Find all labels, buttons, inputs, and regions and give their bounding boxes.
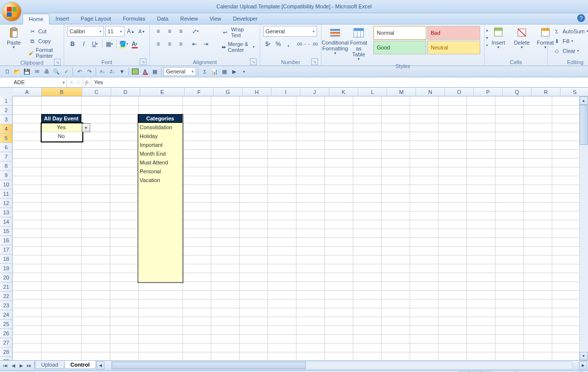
sort-asc-icon[interactable]: A↓ [98,67,107,76]
underline-button[interactable]: U▾ [90,39,100,49]
align-left-icon[interactable]: ≡ [153,39,164,49]
cell[interactable]: Month End [138,149,182,158]
percent-icon[interactable]: % [273,39,283,49]
data-validation-dropdown[interactable]: ▼ [82,123,90,132]
sheet-tab-upload[interactable]: Upload [35,361,65,369]
clear-button[interactable]: ◇Clear▾ [551,46,588,55]
increase-indent-icon[interactable]: ⇥ [200,39,211,49]
hscroll-left[interactable]: ◀ [97,361,104,370]
print-icon[interactable]: 🖶 [42,67,51,76]
scroll-up-button[interactable]: ▲ [580,96,588,105]
row-header[interactable]: 14 [0,217,13,227]
decrease-indent-icon[interactable]: ⇤ [189,39,200,49]
formula-input[interactable]: Yes [91,77,588,87]
cell[interactable] [138,211,182,220]
row-header[interactable]: 5 [0,134,13,143]
undo-icon[interactable]: ↶ [75,67,84,76]
vertical-scrollbar[interactable]: ▲ ▼ [579,96,588,360]
cell[interactable] [138,255,182,264]
format-painter-button[interactable]: 🖌Format Painter [26,46,61,59]
currency-icon[interactable]: $▾ [263,39,273,49]
column-header[interactable]: H [243,88,271,96]
row-header[interactable]: 26 [0,329,13,338]
row-header[interactable]: 23 [0,301,13,310]
print-preview-icon[interactable]: 🔍 [52,67,61,76]
insert-cells-button[interactable]: Insert▾ [488,26,509,51]
hscroll-right[interactable]: ▶ [579,361,587,370]
macro-icon[interactable]: ▶ [230,67,239,76]
cell[interactable]: All Day Event [41,114,81,123]
row-header[interactable]: 7 [0,152,13,162]
scroll-down-button[interactable]: ▼ [580,352,588,360]
help-icon[interactable]: ? [577,14,585,22]
vscroll-thumb[interactable] [580,105,588,145]
column-header[interactable]: K [329,88,358,96]
mail-icon[interactable]: ✉ [32,67,41,76]
row-header[interactable]: 9 [0,171,13,180]
wrap-text-button[interactable]: ↩Wrap Text [220,26,257,39]
clipboard-launcher[interactable]: ↘ [54,59,61,66]
qat-number-format[interactable]: General▾ [164,67,196,76]
cell[interactable] [138,220,182,229]
cell[interactable]: Must Attend [138,158,182,167]
worksheet-grid[interactable]: ABCDEFGHIJKLMNOPQRS 12345678910111213141… [0,88,588,360]
font-size-dropdown[interactable]: 11▾ [105,26,125,37]
increase-decimal-icon[interactable]: .00→ [296,39,307,49]
paste-button[interactable]: Paste▾ [3,26,24,51]
cancel-formula-icon[interactable]: ✕ [69,79,74,86]
save-icon[interactable]: 💾 [23,67,31,76]
column-header[interactable]: N [416,88,445,96]
cell-style-good[interactable]: Good [373,41,426,54]
align-right-icon[interactable]: ≡ [175,39,186,49]
border-button[interactable]: ▦▾ [104,39,115,49]
ribbon-tab-formulas[interactable]: Formulas [117,14,151,24]
open-icon[interactable]: 📂 [13,67,22,76]
column-header[interactable]: A [13,88,42,96]
row-header[interactable]: 6 [0,143,13,152]
chart-icon[interactable]: 📊 [210,67,219,76]
sheet-nav-first[interactable]: ⏮ [2,363,9,368]
ribbon-tab-data[interactable]: Data [151,14,174,24]
autosum-button[interactable]: ΣAutoSum▾ [551,27,588,36]
ribbon-tab-review[interactable]: Review [174,14,204,24]
number-launcher[interactable]: ↘ [311,58,318,65]
ribbon-tab-developer[interactable]: Developer [227,14,263,24]
row-header[interactable]: 16 [0,236,13,245]
column-header[interactable]: L [358,88,387,96]
row-header[interactable]: 17 [0,245,13,255]
row-header[interactable]: 10 [0,180,13,189]
cell[interactable] [138,193,182,202]
column-header[interactable]: J [300,88,329,96]
cell-style-neutral[interactable]: Neutral [427,41,480,54]
row-header[interactable]: 15 [0,227,13,236]
copy-button[interactable]: ⧉Copy [26,37,61,46]
enter-formula-icon[interactable]: ✓ [76,79,81,86]
row-header[interactable]: 1 [0,96,13,106]
column-header[interactable]: G [214,88,243,96]
spellcheck-icon[interactable]: ✓ [62,67,71,76]
column-header[interactable]: S [561,88,588,96]
ribbon-tab-view[interactable]: View [204,14,227,24]
cell[interactable]: Categories [138,114,182,123]
cell[interactable] [138,185,182,193]
align-center-icon[interactable]: ≡ [164,39,175,49]
cell[interactable] [138,202,182,211]
row-header[interactable]: 21 [0,282,13,292]
row-header[interactable]: 13 [0,208,13,217]
hscroll-thumb[interactable] [112,362,306,369]
alignment-launcher[interactable]: ↘ [250,58,257,65]
row-header[interactable]: 25 [0,320,13,329]
sheet-nav-prev[interactable]: ◀ [10,363,17,368]
row-header[interactable]: 4 [0,124,13,134]
ribbon-tab-page-layout[interactable]: Page Layout [75,14,117,24]
name-box[interactable]: ADE▾ [0,77,67,87]
column-header[interactable]: O [445,88,474,96]
column-header[interactable]: C [82,88,111,96]
number-format-dropdown[interactable]: General▾ [263,26,317,37]
column-header[interactable]: R [532,88,561,96]
decrease-decimal-icon[interactable]: ←.00 [307,39,318,49]
row-header[interactable]: 27 [0,338,13,348]
cell[interactable]: Consolidation [138,123,182,132]
fill-button[interactable]: ⬇Fill▾ [551,37,588,46]
cell-style-normal[interactable]: Normal [373,26,426,40]
